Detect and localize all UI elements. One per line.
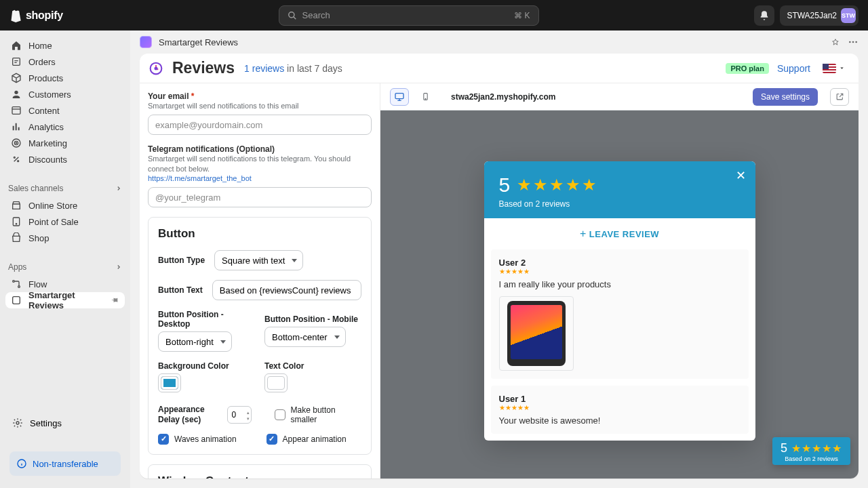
- bg-color-swatch[interactable]: [158, 373, 181, 392]
- nav-customers[interactable]: Customers: [5, 86, 125, 102]
- nav-settings[interactable]: Settings: [5, 413, 125, 432]
- search-input[interactable]: Search ⌘ K: [279, 5, 539, 26]
- pos-desktop-select[interactable]: Bottom-right: [158, 331, 232, 352]
- stars-icon: ★★★★★: [499, 268, 741, 275]
- apps-head[interactable]: Apps: [0, 260, 130, 274]
- nav-discounts[interactable]: Discounts: [5, 151, 125, 167]
- desktop-preview-button[interactable]: [390, 88, 409, 106]
- svg-rect-21: [395, 93, 403, 98]
- page-title: Smartarget Reviews: [159, 37, 238, 47]
- locale-selector[interactable]: [818, 61, 849, 76]
- user-menu[interactable]: STWA25Jan2 STW: [780, 5, 859, 26]
- appear-checkbox[interactable]: Appear animation: [267, 434, 347, 445]
- button-type-label: Button Type: [158, 256, 205, 265]
- mobile-preview-button[interactable]: [416, 88, 435, 106]
- shopify-logo[interactable]: shopify: [9, 9, 63, 22]
- float-rating: 5: [781, 441, 787, 455]
- discounts-icon: [11, 154, 22, 165]
- stars-icon: ★★★★★: [791, 442, 842, 455]
- delay-input[interactable]: [227, 406, 252, 424]
- nav-analytics[interactable]: Analytics: [5, 119, 125, 135]
- customers-icon: [11, 89, 22, 100]
- pos-mobile-label: Button Position - Mobile: [264, 314, 361, 324]
- sales-shop[interactable]: Shop: [5, 230, 125, 246]
- stats-link[interactable]: 1 reviews: [244, 63, 284, 74]
- avatar: STW: [841, 8, 856, 23]
- floating-review-button[interactable]: 5★★★★★ Based on 2 reviews: [772, 437, 850, 465]
- telegram-input[interactable]: [148, 187, 372, 207]
- email-input[interactable]: [148, 115, 372, 135]
- telegram-bot-link[interactable]: https://t.me/smartarget_the_bot: [148, 174, 252, 182]
- button-text-input[interactable]: [212, 280, 361, 300]
- close-icon[interactable]: ✕: [736, 168, 746, 183]
- chevron-down-icon: [839, 65, 845, 71]
- open-external-button[interactable]: [830, 88, 849, 106]
- review-item: User 1 ★★★★★ Your website is awesome!: [491, 386, 749, 434]
- chevron-right-icon: [115, 264, 122, 270]
- non-transferable-label: Non-transferable: [33, 459, 98, 469]
- content-icon: [11, 105, 22, 116]
- pin-button[interactable]: [830, 37, 841, 47]
- pos-mobile-select[interactable]: Bottom-center: [264, 327, 346, 347]
- nav-label: Content: [28, 106, 60, 116]
- email-help: Smartarget will send notifications to th…: [148, 101, 372, 110]
- email-label: Your email *: [148, 92, 372, 101]
- user-name: STWA25Jan2: [787, 11, 837, 20]
- text-color-label: Text Color: [264, 361, 361, 371]
- reviews-widget: ✕ 5★★★★★ Based on 2 reviews + LEAVE REVI…: [484, 161, 755, 441]
- telegram-help: Smartarget will send notifications to th…: [148, 154, 372, 183]
- more-button[interactable]: [848, 37, 859, 47]
- svg-point-0: [288, 12, 294, 17]
- pin-icon[interactable]: [111, 296, 119, 305]
- sales-online-store[interactable]: Online Store: [5, 197, 125, 214]
- app-title: Reviews: [172, 59, 235, 77]
- nav-label: Products: [28, 73, 63, 83]
- pos-icon: [11, 216, 22, 227]
- nav-label: Marketing: [28, 138, 67, 148]
- pro-badge: PRO plan: [726, 63, 769, 74]
- rating-number: 5: [499, 174, 511, 197]
- non-transferable-banner[interactable]: Non-transferable: [9, 451, 121, 476]
- svg-rect-13: [13, 297, 20, 304]
- orders-icon: [11, 56, 22, 67]
- notifications-button[interactable]: [754, 5, 774, 26]
- sales-channels-head[interactable]: Sales channels: [0, 181, 130, 196]
- search-placeholder: Search: [302, 10, 330, 20]
- nav-label: Orders: [28, 57, 56, 67]
- bg-color-label: Background Color: [158, 361, 255, 371]
- analytics-icon: [11, 121, 22, 132]
- support-link[interactable]: Support: [777, 63, 810, 74]
- nav-orders[interactable]: Orders: [5, 54, 125, 70]
- leave-review-button[interactable]: + LEAVE REVIEW: [484, 218, 755, 249]
- nav-label: Online Store: [28, 201, 77, 211]
- marketing-icon: [11, 138, 22, 148]
- float-text: Based on 2 reviews: [781, 455, 842, 462]
- button-type-select[interactable]: Square with text: [214, 250, 303, 270]
- nav-label: Analytics: [28, 122, 64, 132]
- settings-label: Settings: [30, 418, 62, 428]
- nav-content[interactable]: Content: [5, 102, 125, 119]
- text-color-swatch[interactable]: [264, 373, 288, 392]
- button-text-label: Button Text: [158, 285, 203, 295]
- svg-point-12: [18, 286, 20, 288]
- svg-point-2: [14, 91, 18, 94]
- nav-label: Discounts: [28, 155, 67, 165]
- review-image[interactable]: [499, 296, 574, 371]
- svg-point-23: [425, 98, 425, 99]
- nav-label: Point of Sale: [28, 217, 79, 227]
- svg-rect-3: [12, 107, 20, 115]
- review-text: Your website is awesome!: [499, 415, 741, 426]
- save-settings-button[interactable]: Save settings: [753, 88, 818, 106]
- sales-pos[interactable]: Point of Sale: [5, 214, 125, 230]
- waves-checkbox[interactable]: Waves animation: [158, 434, 237, 445]
- smaller-checkbox[interactable]: Make button smaller: [275, 405, 361, 424]
- review-text: I am really like your products: [499, 279, 741, 289]
- svg-point-16: [849, 41, 851, 43]
- nav-home[interactable]: Home: [5, 37, 125, 54]
- nav-products[interactable]: Products: [5, 70, 125, 86]
- reviews-logo-icon: [149, 62, 163, 75]
- app-smartarget-reviews[interactable]: Smartarget Reviews: [5, 292, 125, 308]
- nav-marketing[interactable]: Marketing: [5, 135, 125, 151]
- svg-point-14: [16, 422, 19, 424]
- email-field: Your email * Smartarget will send notifi…: [148, 92, 372, 135]
